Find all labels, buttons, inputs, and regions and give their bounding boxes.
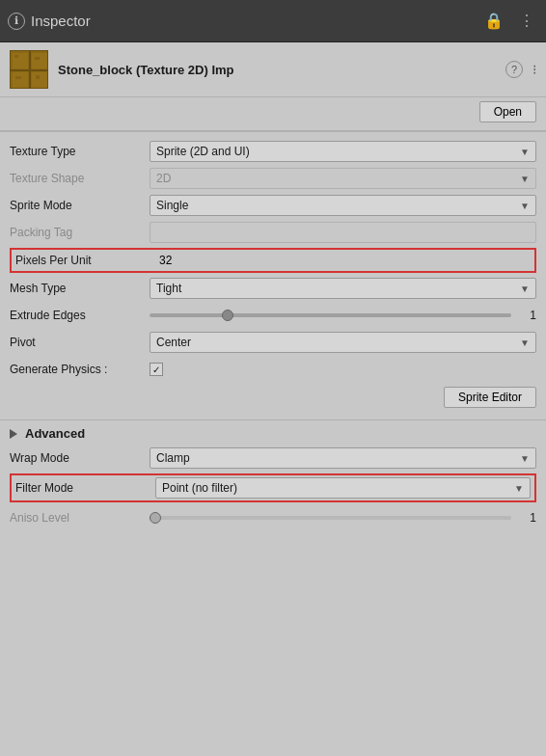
inspector-header: ℹ Inspector 🔒 ⋮ xyxy=(0,0,546,42)
collapse-icon xyxy=(10,429,17,439)
wrap-mode-value[interactable]: Clamp ▼ xyxy=(150,447,536,469)
svg-rect-3 xyxy=(13,72,28,88)
chevron-down-icon-2: ▼ xyxy=(520,174,530,184)
pixels-per-unit-input[interactable] xyxy=(155,252,531,269)
sprite-mode-value[interactable]: Single ▼ xyxy=(150,195,536,216)
wrap-mode-label: Wrap Mode xyxy=(10,451,150,465)
header-actions: 🔒 ⋮ xyxy=(480,10,538,32)
svg-rect-7 xyxy=(14,55,18,58)
info-icon: ℹ xyxy=(8,13,25,30)
packing-tag-input xyxy=(150,222,536,243)
pixels-per-unit-value[interactable] xyxy=(155,252,531,269)
chevron-down-icon-3: ▼ xyxy=(520,201,530,211)
filter-mode-label: Filter Mode xyxy=(15,481,155,495)
texture-shape-label: Texture Shape xyxy=(10,172,150,185)
asset-thumbnail xyxy=(10,50,48,89)
mesh-type-label: Mesh Type xyxy=(10,282,150,295)
aniso-level-number: 1 xyxy=(517,511,536,525)
texture-shape-row: Texture Shape 2D ▼ xyxy=(10,167,536,190)
extrude-edges-row: Extrude Edges 1 xyxy=(10,304,536,327)
packing-tag-label: Packing Tag xyxy=(10,226,150,239)
aniso-level-row: Aniso Level 1 xyxy=(10,506,536,529)
chevron-down-icon: ▼ xyxy=(520,147,530,157)
sprite-editor-row: Sprite Editor xyxy=(10,387,536,408)
asset-name: Stone_block (Texture 2D) Imp xyxy=(58,63,496,77)
properties-section: Texture Type Sprite (2D and UI) ▼ Textur… xyxy=(0,132,546,419)
packing-tag-value xyxy=(150,222,536,243)
filter-mode-dropdown[interactable]: Point (no filter) ▼ xyxy=(155,477,531,499)
filter-mode-row: Filter Mode Point (no filter) ▼ xyxy=(10,473,536,502)
aniso-level-label: Aniso Level xyxy=(10,511,150,525)
sprite-editor-button[interactable]: Sprite Editor xyxy=(444,387,536,408)
texture-type-value[interactable]: Sprite (2D and UI) ▼ xyxy=(150,141,536,162)
texture-shape-dropdown: 2D ▼ xyxy=(150,168,536,189)
wrap-mode-dropdown[interactable]: Clamp ▼ xyxy=(150,447,536,469)
packing-tag-row: Packing Tag xyxy=(10,221,536,244)
advanced-label: Advanced xyxy=(25,426,85,441)
inspector-title: Inspector xyxy=(31,13,480,29)
open-button-row: Open xyxy=(0,97,546,130)
extrude-edges-slider[interactable] xyxy=(150,313,511,317)
svg-rect-4 xyxy=(32,72,47,88)
advanced-section: Advanced Wrap Mode Clamp ▼ Filter Mode P… xyxy=(0,419,546,539)
lock-button[interactable]: 🔒 xyxy=(480,10,507,32)
aniso-level-value: 1 xyxy=(150,511,536,525)
pivot-row: Pivot Center ▼ xyxy=(10,331,536,354)
slider-thumb[interactable] xyxy=(222,310,233,321)
aniso-level-slider xyxy=(150,516,511,520)
svg-rect-6 xyxy=(29,51,31,89)
asset-help-button[interactable]: ? xyxy=(505,61,523,78)
aniso-slider-thumb xyxy=(150,512,161,524)
pixels-per-unit-label: Pixels Per Unit xyxy=(15,254,155,267)
extrude-edges-number: 1 xyxy=(517,309,536,322)
sprite-mode-dropdown[interactable]: Single ▼ xyxy=(150,195,536,216)
wrap-mode-row: Wrap Mode Clamp ▼ xyxy=(10,446,536,470)
filter-mode-value[interactable]: Point (no filter) ▼ xyxy=(155,477,531,499)
generate-physics-row: Generate Physics : ✓ xyxy=(10,358,536,381)
mesh-type-row: Mesh Type Tight ▼ xyxy=(10,277,536,300)
chevron-down-icon-6: ▼ xyxy=(520,453,530,464)
chevron-down-icon-4: ▼ xyxy=(520,284,530,294)
mesh-type-dropdown[interactable]: Tight ▼ xyxy=(150,278,536,299)
pivot-label: Pivot xyxy=(10,336,150,349)
sprite-mode-row: Sprite Mode Single ▼ xyxy=(10,194,536,217)
svg-rect-2 xyxy=(32,53,47,68)
more-button[interactable]: ⋮ xyxy=(515,10,538,32)
texture-type-dropdown[interactable]: Sprite (2D and UI) ▼ xyxy=(150,141,536,162)
texture-shape-value: 2D ▼ xyxy=(150,168,536,189)
chevron-down-icon-5: ▼ xyxy=(520,338,530,348)
svg-rect-9 xyxy=(15,76,21,79)
generate-physics-value: ✓ xyxy=(150,363,536,376)
texture-type-label: Texture Type xyxy=(10,145,150,158)
asset-settings-button[interactable]: ⁝ xyxy=(532,62,536,77)
pivot-value[interactable]: Center ▼ xyxy=(150,332,536,353)
mesh-type-value[interactable]: Tight ▼ xyxy=(150,278,536,299)
generate-physics-label: Generate Physics : xyxy=(10,363,150,376)
extrude-edges-value: 1 xyxy=(150,309,536,322)
svg-rect-8 xyxy=(35,57,40,60)
svg-rect-10 xyxy=(36,75,40,79)
advanced-toggle[interactable]: Advanced xyxy=(10,426,536,441)
pixels-per-unit-row: Pixels Per Unit xyxy=(10,248,536,273)
generate-physics-checkbox[interactable]: ✓ xyxy=(150,363,163,376)
pivot-dropdown[interactable]: Center ▼ xyxy=(150,332,536,353)
asset-row: Stone_block (Texture 2D) Imp ? ⁝ xyxy=(0,42,546,97)
texture-type-row: Texture Type Sprite (2D and UI) ▼ xyxy=(10,140,536,163)
open-button[interactable]: Open xyxy=(479,101,536,122)
chevron-down-icon-7: ▼ xyxy=(514,483,524,494)
sprite-mode-label: Sprite Mode xyxy=(10,199,150,212)
extrude-edges-label: Extrude Edges xyxy=(10,309,150,322)
